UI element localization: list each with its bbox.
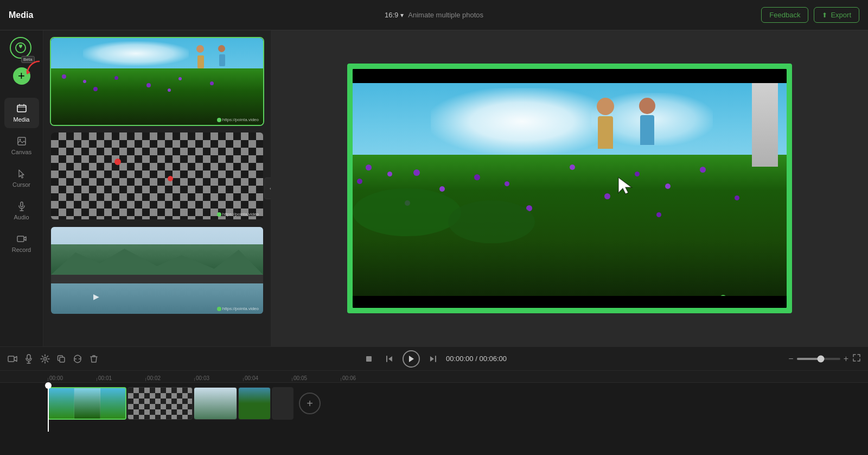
- stop-button[interactable]: [361, 351, 376, 366]
- timeline-clip-4[interactable]: [238, 387, 271, 420]
- sidebar: Beta + Media: [0, 30, 43, 346]
- delete-tool-button[interactable]: [88, 353, 100, 365]
- svg-marker-20: [409, 356, 414, 362]
- current-time: 00:00:00: [446, 355, 474, 363]
- sidebar-item-media[interactable]: Media: [4, 98, 39, 128]
- play-button[interactable]: [403, 350, 420, 368]
- main-content: Beta + Media: [0, 30, 868, 346]
- media-icon: [16, 103, 27, 114]
- svg-rect-12: [27, 355, 30, 359]
- effects-tool-button[interactable]: [39, 353, 51, 365]
- thumb-3-content: ▶ https://pointa.video: [51, 227, 263, 314]
- sidebar-item-audio[interactable]: Audio: [4, 195, 39, 226]
- ruler-mark-4: 00:04: [243, 375, 292, 381]
- mic-tool-button[interactable]: [23, 353, 35, 365]
- ruler-mark-5: 00:05: [292, 375, 341, 381]
- svg-rect-17: [366, 356, 372, 362]
- zoom-out-button[interactable]: −: [788, 354, 793, 364]
- page-title: Media: [9, 10, 33, 20]
- svg-rect-2: [17, 105, 26, 112]
- fit-to-window-button[interactable]: [852, 353, 861, 365]
- app-logo: [10, 37, 31, 59]
- cursor-icon: [16, 168, 27, 179]
- record-icon: [16, 233, 27, 244]
- timeline-area: 00:00:00 / 00:06:00 − +: [0, 346, 868, 455]
- aspect-ratio-button[interactable]: 16:9 ▾: [385, 11, 404, 19]
- media-thumbnail-1[interactable]: https://pointa.video: [50, 37, 264, 126]
- sidebar-item-audio-label: Audio: [14, 214, 29, 220]
- top-bar-center: 16:9 ▾ Animate multiple photos: [385, 11, 483, 19]
- arrow-indicator: [23, 59, 42, 79]
- time-display: 00:00:00 / 00:06:00: [446, 355, 507, 363]
- video-frame-inner: https://pointa.video: [353, 69, 787, 308]
- timeline-toolbar: 00:00:00 / 00:06:00 − +: [0, 347, 868, 371]
- timeline-clip-2[interactable]: [127, 387, 193, 420]
- export-button[interactable]: ⬆ Export: [814, 7, 859, 23]
- thumb-2-content: https://pointa.video: [51, 132, 263, 219]
- total-time: 00:06:00: [479, 355, 507, 363]
- refresh-tool-button[interactable]: [72, 353, 84, 365]
- svg-marker-10: [618, 178, 631, 194]
- copy-tool-button[interactable]: [55, 353, 67, 365]
- svg-rect-8: [17, 236, 24, 242]
- timeline-tracks: +: [0, 383, 868, 432]
- thumb-1-content: https://pointa.video: [51, 38, 263, 125]
- video-frame-outer: https://pointa.video: [347, 64, 792, 313]
- top-bar: Media 16:9 ▾ Animate multiple photos Fee…: [0, 0, 868, 30]
- chevron-down-icon: ▾: [400, 11, 404, 19]
- svg-marker-18: [388, 356, 392, 362]
- ruler-mark-1: 00:01: [97, 375, 145, 381]
- timeline-right-controls: − +: [788, 353, 861, 365]
- timeline-playback-controls: 00:00:00 / 00:06:00: [361, 350, 507, 368]
- zoom-in-button[interactable]: +: [844, 354, 848, 364]
- sidebar-item-cursor[interactable]: Cursor: [4, 163, 39, 193]
- ruler-marks: 00:00 00:01 00:02 00:03 00:04 00:05: [48, 375, 868, 381]
- skip-back-button[interactable]: [382, 351, 397, 366]
- add-clip-button[interactable]: +: [299, 393, 321, 414]
- svg-rect-11: [8, 356, 14, 362]
- zoom-slider[interactable]: [797, 358, 840, 360]
- timeline-clip-5[interactable]: [272, 387, 293, 420]
- ruler-mark-6: 00:06: [341, 375, 390, 381]
- svg-marker-21: [430, 356, 434, 362]
- sidebar-item-canvas-label: Canvas: [11, 149, 31, 155]
- playhead[interactable]: [48, 383, 49, 432]
- timeline-clip-3[interactable]: [194, 387, 237, 420]
- top-bar-left: Media: [9, 10, 33, 20]
- svg-point-15: [44, 357, 47, 360]
- sidebar-item-record[interactable]: Record: [4, 228, 39, 258]
- video-area: https://pointa.video: [271, 30, 868, 346]
- timeline-clip-1[interactable]: [48, 387, 126, 420]
- skip-forward-button[interactable]: [425, 351, 441, 366]
- sidebar-item-cursor-label: Cursor: [12, 181, 30, 188]
- timeline-tool-group-left: [7, 353, 100, 365]
- media-thumbnail-2[interactable]: https://pointa.video: [50, 131, 264, 220]
- svg-point-4: [19, 139, 21, 141]
- media-thumbnail-3[interactable]: ▶ https://pointa.video: [50, 226, 264, 315]
- sidebar-item-canvas[interactable]: Canvas: [4, 130, 39, 161]
- svg-rect-5: [21, 202, 23, 207]
- logo-wrap: Beta: [10, 37, 34, 61]
- ruler-mark-0: 00:00: [48, 375, 97, 381]
- collapse-panel-button[interactable]: ‹: [264, 178, 271, 199]
- top-bar-right: Feedback ⬆ Export: [761, 7, 859, 23]
- svg-marker-9: [51, 249, 263, 275]
- canvas-icon: [16, 136, 27, 147]
- feedback-button[interactable]: Feedback: [761, 7, 808, 23]
- timeline-track-area: 00:00 00:01 00:02 00:03 00:04 00:05: [0, 371, 868, 455]
- sidebar-item-record-label: Record: [12, 247, 31, 253]
- cursor-arrow-icon: [617, 176, 635, 198]
- media-panel: https://pointa.video https://pointa.vide…: [43, 30, 271, 346]
- upload-icon: ⬆: [822, 11, 827, 19]
- svg-rect-16: [60, 357, 65, 362]
- timeline-ruler: 00:00 00:01 00:02 00:03 00:04 00:05: [0, 371, 868, 383]
- audio-icon: [16, 201, 27, 212]
- sidebar-item-media-label: Media: [14, 116, 30, 123]
- ruler-mark-3: 00:03: [194, 375, 243, 381]
- ruler-mark-2: 00:02: [145, 375, 194, 381]
- track-clips: +: [48, 387, 321, 420]
- video-content: https://pointa.video: [353, 69, 787, 308]
- camera-tool-button[interactable]: [7, 353, 18, 365]
- video-subtitle: Animate multiple photos: [408, 11, 483, 19]
